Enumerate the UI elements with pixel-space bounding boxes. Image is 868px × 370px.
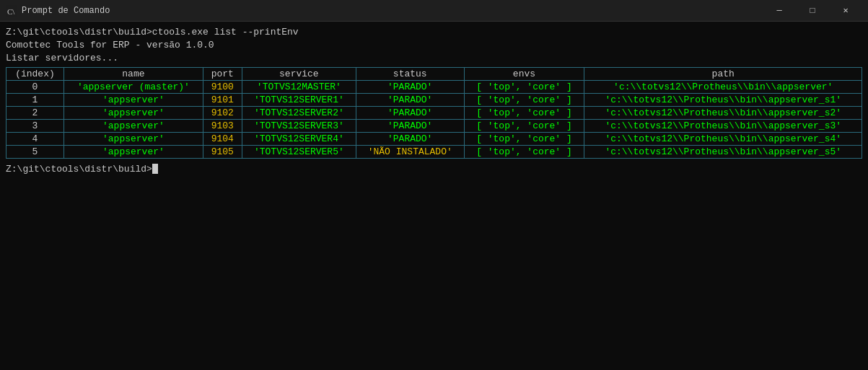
cell-port: 9103 bbox=[203, 119, 242, 132]
table-row: 2 'appserver' 9102 'TOTVS12SERVER2' 'PAR… bbox=[6, 106, 862, 119]
cell-path: 'c:\\totvs12\\Protheus\\bin\\appserver' bbox=[584, 80, 862, 93]
cursor bbox=[152, 164, 158, 174]
cell-port: 9101 bbox=[203, 93, 242, 106]
cell-path: 'c:\\totvs12\\Protheus\\bin\\appserver_s… bbox=[584, 119, 862, 132]
cell-status: 'PARADO' bbox=[356, 119, 464, 132]
info-line-2: Listar servidores... bbox=[6, 52, 862, 65]
cell-name: 'appserver' bbox=[63, 119, 203, 132]
cell-port: 9100 bbox=[203, 80, 242, 93]
table-row: 0 'appserver (master)' 9100 'TOTVS12MAST… bbox=[6, 80, 862, 93]
col-header-status: status bbox=[356, 67, 464, 80]
cell-status: 'PARADO' bbox=[356, 106, 464, 119]
cell-service: 'TOTVS12SERVER1' bbox=[242, 93, 356, 106]
cell-envs: [ 'top', 'core' ] bbox=[464, 93, 584, 106]
cell-service: 'TOTVS12SERVER3' bbox=[242, 119, 356, 132]
cell-index: 3 bbox=[6, 119, 64, 132]
cell-envs: [ 'top', 'core' ] bbox=[464, 80, 584, 93]
window-title: Prompt de Comando bbox=[22, 6, 758, 16]
cell-name: 'appserver' bbox=[63, 93, 203, 106]
table-row: 4 'appserver' 9104 'TOTVS12SERVER4' 'PAR… bbox=[6, 132, 862, 145]
cell-status: 'PARADO' bbox=[356, 132, 464, 145]
cell-name: 'appserver' bbox=[63, 132, 203, 145]
table-row: 1 'appserver' 9101 'TOTVS12SERVER1' 'PAR… bbox=[6, 93, 862, 106]
cell-status: 'PARADO' bbox=[356, 80, 464, 93]
cell-name: 'appserver' bbox=[63, 106, 203, 119]
cell-envs: [ 'top', 'core' ] bbox=[464, 106, 584, 119]
server-table-wrapper: (index) name port service status envs pa… bbox=[6, 67, 862, 159]
cell-service: 'TOTVS12SERVER4' bbox=[242, 132, 356, 145]
col-header-service: service bbox=[242, 67, 356, 80]
title-bar: C\ Prompt de Comando — □ ✕ bbox=[0, 0, 868, 22]
cell-service: 'TOTVS12MASTER' bbox=[242, 80, 356, 93]
cell-index: 5 bbox=[6, 145, 64, 158]
cell-path: 'c:\\totvs12\\Protheus\\bin\\appserver_s… bbox=[584, 106, 862, 119]
cell-index: 0 bbox=[6, 80, 64, 93]
close-button[interactable]: ✕ bbox=[829, 0, 862, 22]
cell-status: 'PARADO' bbox=[356, 93, 464, 106]
prompt-text: Z:\git\ctools\distr\build> bbox=[6, 164, 152, 175]
cell-path: 'c:\\totvs12\\Protheus\\bin\\appserver_s… bbox=[584, 145, 862, 158]
cell-index: 2 bbox=[6, 106, 64, 119]
cell-envs: [ 'top', 'core' ] bbox=[464, 132, 584, 145]
col-header-path: path bbox=[584, 67, 862, 80]
col-header-envs: envs bbox=[464, 67, 584, 80]
cell-status: 'NÃO INSTALADO' bbox=[356, 145, 464, 158]
server-table: (index) name port service status envs pa… bbox=[6, 67, 862, 159]
cell-path: 'c:\\totvs12\\Protheus\\bin\\appserver_s… bbox=[584, 132, 862, 145]
svg-text:C\: C\ bbox=[7, 7, 15, 16]
cell-name: 'appserver' bbox=[63, 145, 203, 158]
col-header-name: name bbox=[63, 67, 203, 80]
table-body: 0 'appserver (master)' 9100 'TOTVS12MAST… bbox=[6, 80, 862, 158]
table-header-row: (index) name port service status envs pa… bbox=[6, 67, 862, 80]
cell-path: 'c:\\totvs12\\Protheus\\bin\\appserver_s… bbox=[584, 93, 862, 106]
table-row: 5 'appserver' 9105 'TOTVS12SERVER5' 'NÃO… bbox=[6, 145, 862, 158]
cell-service: 'TOTVS12SERVER2' bbox=[242, 106, 356, 119]
cell-envs: [ 'top', 'core' ] bbox=[464, 119, 584, 132]
command-line: Z:\git\ctools\distr\build>ctools.exe lis… bbox=[6, 26, 862, 39]
col-header-index: (index) bbox=[6, 67, 64, 80]
prompt-line: Z:\git\ctools\distr\build> bbox=[6, 163, 862, 176]
cell-envs: [ 'top', 'core' ] bbox=[464, 145, 584, 158]
col-header-port: port bbox=[203, 67, 242, 80]
table-row: 3 'appserver' 9103 'TOTVS12SERVER3' 'PAR… bbox=[6, 119, 862, 132]
info-line-1: Comottec Tools for ERP - versão 1.0.0 bbox=[6, 39, 862, 52]
cell-service: 'TOTVS12SERVER5' bbox=[242, 145, 356, 158]
cell-port: 9104 bbox=[203, 132, 242, 145]
cell-name: 'appserver (master)' bbox=[63, 80, 203, 93]
app-icon: C\ bbox=[6, 5, 17, 17]
cell-index: 1 bbox=[6, 93, 64, 106]
terminal-window: Z:\git\ctools\distr\build>ctools.exe lis… bbox=[0, 22, 868, 370]
cell-index: 4 bbox=[6, 132, 64, 145]
maximize-button[interactable]: □ bbox=[796, 0, 829, 22]
cell-port: 9102 bbox=[203, 106, 242, 119]
window-controls: — □ ✕ bbox=[763, 0, 862, 22]
cell-port: 9105 bbox=[203, 145, 242, 158]
minimize-button[interactable]: — bbox=[763, 0, 796, 22]
